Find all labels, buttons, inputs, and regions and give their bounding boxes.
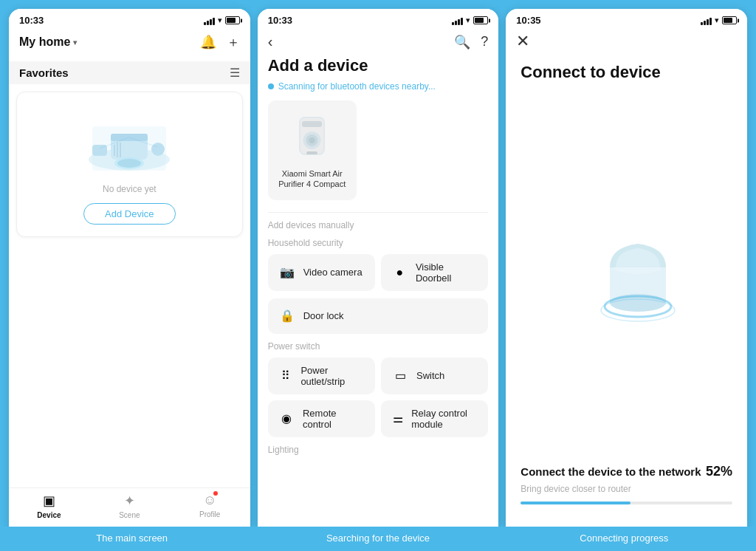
doorbell-icon: ● <box>390 262 410 283</box>
relay-item[interactable]: ⚌ Relay control module <box>381 400 488 437</box>
home-title[interactable]: My home ▾ <box>19 35 77 49</box>
wifi-icon-3: ▾ <box>715 16 719 25</box>
scanning-row: Scanning for bluetooth devices nearby... <box>268 81 489 92</box>
nav-bar-1: ▣ Device ✦ Scene ☺ Profile <box>9 487 250 527</box>
wifi-icon-1: ▾ <box>218 16 222 25</box>
power-outlet-item[interactable]: ⠿ Power outlet/strip <box>268 357 375 394</box>
help-icon[interactable]: ? <box>481 34 488 50</box>
header-actions: 🔔 ＋ <box>200 33 240 51</box>
nav-item-profile[interactable]: ☺ Profile <box>170 493 250 519</box>
time-2: 10:33 <box>268 15 292 26</box>
add-device-title: Add a device <box>268 56 489 75</box>
connect-network-text: Connect the device to the network <box>520 465 701 478</box>
power-outlet-label: Power outlet/strip <box>300 365 366 387</box>
manual-section-title: Add devices manually <box>268 220 489 230</box>
progress-percent: 52% <box>706 464 732 479</box>
progress-section: Connect the device to the network 52% Br… <box>520 464 732 504</box>
doorbell-item[interactable]: ● Visible Doorbell <box>381 254 488 291</box>
scan-dot <box>268 83 274 89</box>
back-button[interactable]: ‹ <box>268 33 273 50</box>
screen2-actions: 🔍 ? <box>454 34 488 50</box>
battery-icon-2 <box>473 16 488 24</box>
svg-rect-19 <box>306 151 317 154</box>
video-camera-item[interactable]: 📷 Video camera <box>268 254 375 291</box>
category-power: Power switch <box>268 341 489 352</box>
svg-point-10 <box>117 159 141 168</box>
doorlock-icon: 🔒 <box>277 306 298 326</box>
signal-icon-1 <box>204 16 215 25</box>
outlet-icon: ⠿ <box>277 366 295 386</box>
category-lighting: Lighting <box>268 445 489 455</box>
scene-nav-icon: ✦ <box>124 493 135 509</box>
progress-bar-track <box>520 502 732 504</box>
device-3d-container <box>583 97 671 449</box>
remote-icon: ◉ <box>277 408 297 429</box>
screen3-content: Connect to device <box>506 55 747 527</box>
remote-label: Remote control <box>303 408 366 430</box>
caption-2: Searching for the device <box>255 533 501 544</box>
nav-label-scene: Scene <box>119 511 140 519</box>
signal-icon-2 <box>452 16 463 25</box>
caption-bar: The main screen Searching for the device… <box>0 527 756 551</box>
status-icons-3: ▾ <box>701 16 737 25</box>
nav-label-device: Device <box>37 511 61 519</box>
device-nav-icon: ▣ <box>43 493 55 509</box>
switch-icon: ▭ <box>390 366 410 386</box>
chevron-down-icon: ▾ <box>73 38 77 47</box>
discovered-device-name: Xiaomi Smart Air Purifier 4 Compact <box>275 168 349 190</box>
plus-icon[interactable]: ＋ <box>227 33 240 51</box>
door-lock-item[interactable]: 🔒 Door lock <box>268 298 489 334</box>
screen3-frame: 10:35 ▾ ✕ Connect to device <box>506 9 747 527</box>
discovered-device-card[interactable]: Xiaomi Smart Air Purifier 4 Compact <box>268 100 357 200</box>
connect-title: Connect to device <box>520 63 660 82</box>
power-grid: ⠿ Power outlet/strip ▭ Switch ◉ Remote c… <box>268 357 489 437</box>
screen2-nav: ‹ 🔍 ? <box>258 29 499 56</box>
progress-bar-fill <box>520 502 630 504</box>
nav-item-device[interactable]: ▣ Device <box>9 493 89 519</box>
favorites-label: Favorites <box>19 66 69 79</box>
video-camera-label: Video camera <box>303 267 362 278</box>
wifi-icon-2: ▾ <box>466 16 470 25</box>
device-3d-illustration <box>583 236 671 310</box>
screen2-content: Add a device Scanning for bluetooth devi… <box>258 56 499 527</box>
time-3: 10:35 <box>516 15 540 26</box>
nav-item-scene[interactable]: ✦ Scene <box>89 493 170 519</box>
svg-rect-5 <box>151 143 165 156</box>
svg-point-18 <box>309 137 315 143</box>
door-lock-label: Door lock <box>303 310 344 321</box>
switch-item[interactable]: ▭ Switch <box>381 357 488 394</box>
progress-row: Connect the device to the network 52% <box>520 464 732 479</box>
screen1-frame: 10:33 ▾ My home ▾ <box>9 9 250 527</box>
add-device-button[interactable]: Add Device <box>83 203 175 225</box>
status-bar-1: 10:33 ▾ <box>9 9 250 29</box>
close-button[interactable]: ✕ <box>516 32 529 50</box>
time-1: 10:33 <box>19 15 44 26</box>
caption-1: The main screen <box>9 533 255 544</box>
section-divider <box>268 212 489 213</box>
search-icon[interactable]: 🔍 <box>454 34 470 50</box>
device-empty-card: No device yet Add Device <box>16 92 243 237</box>
status-bar-3: 10:35 ▾ <box>506 9 747 29</box>
status-icons-2: ▾ <box>452 16 488 25</box>
status-bar-2: 10:33 ▾ <box>258 9 499 29</box>
signal-icon-3 <box>701 16 712 25</box>
battery-icon-1 <box>225 16 240 24</box>
relay-icon: ⚌ <box>390 408 405 429</box>
scanning-text: Scanning for bluetooth devices nearby... <box>278 81 436 92</box>
notification-dot <box>213 491 218 496</box>
menu-icon[interactable]: ☰ <box>230 66 240 80</box>
battery-icon-3 <box>722 16 737 24</box>
category-household: Household security <box>268 238 489 248</box>
purifier-image <box>290 111 334 162</box>
screen3-nav: ✕ <box>506 29 747 55</box>
device-illustration <box>70 104 188 178</box>
remote-control-item[interactable]: ◉ Remote control <box>268 400 375 437</box>
bell-icon[interactable]: 🔔 <box>200 34 216 50</box>
household-grid: 📷 Video camera ● Visible Doorbell <box>268 254 489 291</box>
nav-label-profile: Profile <box>199 510 220 519</box>
switch-label: Switch <box>416 370 444 381</box>
camera-icon: 📷 <box>277 262 298 283</box>
caption-3: Connecting progress <box>501 533 747 544</box>
progress-sub: Bring device closer to router <box>520 484 732 494</box>
favorites-bar: Favorites ☰ <box>9 61 250 84</box>
